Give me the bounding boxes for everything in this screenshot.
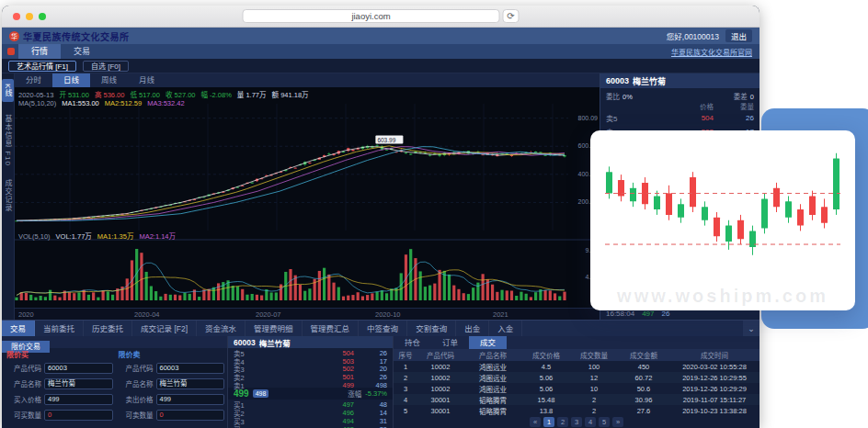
page-button[interactable]: 3 — [571, 417, 582, 427]
buy-form-row: 买入价格 499 — [5, 391, 113, 407]
minimize-window-icon[interactable] — [26, 13, 33, 20]
table-row[interactable]: 310002鸿图远业 5.061050.6 2019-12-26 10:29:2… — [394, 383, 760, 394]
prev-page-icon[interactable]: « — [530, 417, 541, 427]
subnav-button[interactable]: 艺术品行情 [F1] — [8, 61, 76, 72]
app-header: 华 华夏民族传统文化交易所 您好,00100013 退出 — [2, 28, 760, 44]
mini-bid-row[interactable]: 买249614 — [228, 408, 393, 416]
limit-sell-header[interactable]: 限价卖 — [117, 350, 225, 360]
sidebar-item[interactable]: 成交记录 — [3, 179, 13, 212]
mini-bid-row[interactable]: 买349431 — [228, 416, 393, 424]
watermark-text: www.woshipm.com — [590, 286, 855, 307]
page-button[interactable]: 4 — [585, 417, 596, 427]
nav-item[interactable]: 交易 — [61, 44, 103, 59]
page-button[interactable]: 2 — [557, 417, 568, 427]
period-tab[interactable]: 月线 — [128, 73, 166, 87]
mini-bid-ladder: 买149748 买249614 买349431 买449320 — [228, 400, 393, 428]
browser-titlebar: jiaoyi.com ⟳ — [2, 6, 760, 28]
ask-row[interactable]: 卖550426 — [600, 111, 760, 125]
kline-chart-area[interactable]: 2020-05-13开 531.00高 536.00低 517.00收 527.… — [15, 87, 600, 308]
bottom-tab[interactable]: 交易 — [2, 321, 35, 336]
refresh-icon[interactable]: ⟳ — [503, 9, 520, 23]
volume-legend: VOL(5,10)VOL:1.77万MA1:1.35万MA2:1.14万 — [18, 231, 181, 241]
chevron-down-icon[interactable]: ⌄ — [743, 321, 760, 336]
deals-column-header: 成交价格 — [522, 350, 570, 360]
popup-kline-svg — [603, 145, 842, 279]
sell-form-input[interactable]: 60003 — [156, 363, 225, 374]
buy-form-row: 可买数量 0 — [5, 407, 113, 422]
bottom-tab[interactable]: 交割查询 — [407, 321, 456, 336]
bottom-tab[interactable]: 成交记录 [F2] — [132, 321, 197, 336]
mini-ask-row[interactable]: 卖450317 — [228, 356, 393, 365]
buy-form-input[interactable]: 0 — [44, 410, 113, 421]
official-site-link[interactable]: 华夏民族文化交易所官网 — [671, 47, 752, 57]
svg-text:800.09: 800.09 — [578, 115, 599, 121]
bottom-tab[interactable]: 当前委托 — [35, 321, 84, 336]
period-tab[interactable]: 周线 — [90, 73, 128, 87]
bottom-tab[interactable]: 资金流水 — [197, 321, 246, 336]
bottom-tabbar: 交易当前委托历史委托成交记录 [F2]资金流水管理费明细管理费汇总中签查询交割查… — [2, 320, 760, 336]
close-window-icon[interactable] — [13, 13, 20, 20]
buy-form-input[interactable]: 梅兰竹菊 — [44, 378, 113, 389]
deals-tab[interactable]: 持仓 — [394, 336, 431, 349]
sell-form-input[interactable]: 梅兰竹菊 — [156, 378, 225, 389]
sell-form-row: 产品名称 梅兰竹菊 — [117, 376, 225, 391]
ohlc-date: 2020-05-13 — [18, 91, 53, 99]
deals-tabs: 持仓订单成交 — [394, 336, 760, 349]
deals-tab[interactable]: 成交 — [469, 336, 507, 349]
last-price: 499 — [234, 389, 249, 399]
bottom-tab[interactable]: 历史委托 — [84, 321, 132, 336]
sidebar-item[interactable]: 基本信息 F10 — [3, 115, 13, 166]
bottom-tab[interactable]: 中签查询 — [359, 321, 407, 336]
product-code: 60003 — [606, 76, 629, 85]
sell-form-row: 卖出价格 499 — [117, 391, 225, 407]
zoom-window-icon[interactable] — [39, 13, 46, 20]
sell-form-row: 可卖数量 0 — [117, 407, 225, 422]
screenshot-stage: jiaoyi.com ⟳ 华 华夏民族传统文化交易所 您好,00100013 退… — [0, 0, 868, 428]
period-tab[interactable]: 分时 — [15, 73, 52, 87]
limit-buy-header[interactable]: 限价买 — [5, 350, 113, 360]
table-row[interactable]: 530001韬略腾霄 13.8227.6 2019-10-23 13:38:28 — [394, 405, 760, 416]
mini-ask-row[interactable]: 卖250126 — [228, 372, 393, 380]
subnav-button[interactable]: 自选 [F0] — [83, 61, 129, 72]
chart-column: 分时日线周线月线 2020-05-13开 531.00高 536.00低 517… — [15, 73, 600, 320]
ladder-column-headers: 价格 委量 — [600, 100, 760, 111]
ohlc-info-line: 2020-05-13开 531.00高 536.00低 517.00收 527.… — [18, 89, 314, 99]
avg-price-badge: 498 — [253, 389, 269, 398]
mini-bid-row[interactable]: 买149748 — [228, 400, 393, 408]
table-row[interactable]: 210002鸿图远业 5.061260.72 2019-12-26 10:29:… — [394, 372, 760, 383]
mini-ask-row[interactable]: 卖1499498 — [228, 380, 393, 389]
deals-table-header: 序号产品代码产品名称成交价格成交数量成交金额成交时间 — [394, 349, 760, 361]
table-row[interactable]: 110002鸿图远业 4.5100450 2020-03-02 10:55:28 — [394, 361, 760, 372]
period-tab[interactable]: 日线 — [52, 73, 90, 87]
mini-bid-row[interactable]: 买449320 — [228, 424, 393, 428]
deals-column-header: 成交时间 — [669, 350, 760, 360]
table-row[interactable]: 430001韬略腾霄 15.48230.96 2019-11-07 15:11:… — [394, 394, 760, 405]
nav-item[interactable]: 行情 — [18, 44, 61, 59]
buy-form-input[interactable]: 60003 — [44, 363, 113, 374]
deals-column-header: 产品名称 — [463, 350, 522, 360]
bottom-panels: 限价交易 限价买 产品代码 60003 — [2, 336, 760, 428]
sell-form-input[interactable]: 499 — [156, 394, 225, 405]
bottom-tab[interactable]: 管理费汇总 — [303, 321, 360, 336]
page-button[interactable]: 5 — [599, 417, 610, 427]
url-input[interactable]: jiaoyi.com — [243, 9, 500, 23]
sell-form-input[interactable]: 0 — [156, 410, 225, 421]
bottom-tab[interactable]: 管理费明细 — [246, 321, 303, 336]
next-page-icon[interactable]: » — [612, 417, 623, 427]
logout-button[interactable]: 退出 — [725, 29, 752, 42]
mini-ask-row[interactable]: 卖350220 — [228, 364, 393, 372]
svg-text:603.99: 603.99 — [377, 137, 395, 143]
deals-column-header: 产品代码 — [417, 350, 463, 360]
ma-legend: MA(5,10,20)MA1:553.00MA2:512.59MA3:532.4… — [18, 99, 190, 107]
mini-ask-row[interactable]: 卖550426 — [228, 348, 393, 356]
deals-tab[interactable]: 订单 — [431, 336, 469, 349]
buy-form-input[interactable]: 499 — [44, 394, 113, 405]
subnav-buttons: 艺术品行情 [F1]自选 [F0] — [2, 61, 129, 72]
bottom-tab[interactable]: 出金 — [456, 321, 489, 336]
bottom-tab[interactable]: 入金 — [489, 321, 522, 336]
sell-form-row: 产品代码 60003 — [117, 360, 225, 376]
exchange-logo-text: 华夏民族传统文化交易所 — [23, 29, 130, 43]
sidebar-item[interactable]: K线 — [2, 79, 14, 102]
page-button[interactable]: 1 — [543, 417, 554, 427]
deals-panel: 持仓订单成交 序号产品代码产品名称成交价格成交数量成交金额成交时间 110002… — [394, 336, 760, 428]
